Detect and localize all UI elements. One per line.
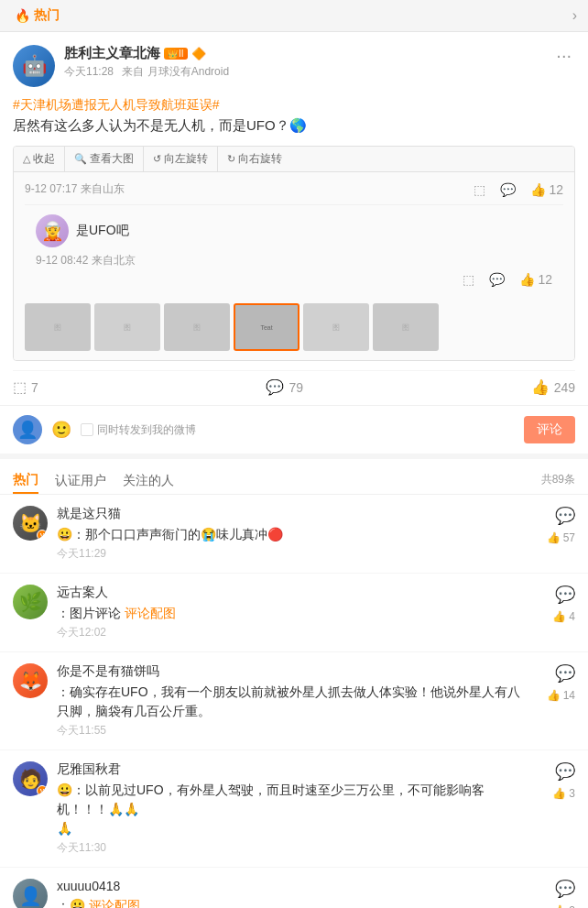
avatar[interactable]: 🤖 — [13, 45, 55, 87]
tab-verified[interactable]: 认证用户 — [55, 469, 106, 493]
embedded-original-post: 9-12 07:17 来自山东 ⬚ 💬 👍 12 🧝 是UFO吧 — [14, 172, 574, 360]
nested-img-3[interactable]: 图 — [164, 303, 230, 351]
share-icon[interactable]: ⬚ — [474, 182, 485, 197]
repost-action[interactable]: ⬚ 7 — [13, 378, 38, 396]
like-count-3: 14 — [563, 689, 575, 702]
comments-list: 🐱 V 就是这只猫 😀：那个口口声声衙门的😭味儿真冲🔴 今天11:29 💬 👍 … — [0, 495, 588, 908]
reply-icon-3[interactable]: 💬 — [555, 663, 575, 684]
commenter-name-1[interactable]: 就是这只猫 — [57, 506, 529, 522]
like-action-1[interactable]: 👍 57 — [547, 531, 575, 544]
embedded-time-source: 9-12 07:17 来自山东 — [25, 181, 125, 197]
sync-checkbox-wrapper[interactable]: 同时转发到我的微博 — [81, 422, 196, 438]
post-content: #天津机场遭报无人机导致航班延误# 居然有这么多人认为不是无人机，而是UFO？🌎 — [13, 94, 575, 137]
post-hashtag[interactable]: #天津机场遭报无人机导致航班延误# — [13, 94, 575, 115]
comment-body-4: 尼雅国秋君 😀：以前见过UFO，有外星人驾驶，而且时速至少三万公里，不可能影响客… — [57, 761, 529, 856]
comment-bubble-icon: 💬 — [266, 378, 284, 396]
reply-icon-5[interactable]: 💬 — [555, 879, 575, 899]
rotate-left-button[interactable]: ↺ 向左旋转 — [144, 147, 218, 171]
reply-actions: ⬚ 💬 👍 12 — [36, 272, 552, 287]
reply-icon-1[interactable]: 💬 — [555, 506, 575, 526]
chevron-right-icon[interactable]: › — [572, 7, 577, 24]
comment-link-5[interactable]: 评论配图 — [89, 898, 140, 908]
post-card: 🤖 胜利主义章北海 👑 II 🔶 今天11:28 来自 月球没有Android … — [0, 32, 588, 405]
comment-actions-5: 💬 👍 2 — [539, 879, 575, 908]
commenter-avatar-3[interactable]: 🦊 — [13, 663, 48, 698]
like-count-5: 2 — [569, 904, 575, 908]
hot-tag[interactable]: 🔥 热门 — [11, 7, 60, 24]
username[interactable]: 胜利主义章北海 — [64, 45, 160, 62]
current-user-avatar: 👤 — [13, 415, 42, 444]
tab-following[interactable]: 关注的人 — [123, 469, 174, 493]
view-large-button[interactable]: 🔍 查看大图 — [65, 147, 144, 171]
like-icon-3: 👍 — [547, 689, 561, 702]
like-icon-4: 👍 — [552, 787, 566, 800]
like-icon-1: 👍 — [547, 531, 561, 544]
vip-badge: 👑 II — [164, 48, 188, 60]
commenter-avatar-5[interactable]: 👤 — [13, 879, 48, 908]
comment-action[interactable]: 💬 79 — [266, 378, 303, 396]
comment-time-2: 今天12:02 — [57, 625, 529, 640]
collapse-button[interactable]: △ 收起 — [14, 147, 65, 171]
like-icon[interactable]: 👍 12 — [530, 182, 563, 197]
comment-icon[interactable]: 💬 — [500, 182, 516, 197]
like-action-2[interactable]: 👍 4 — [552, 610, 575, 623]
commenter-avatar-4[interactable]: 🧑 V — [13, 761, 48, 796]
hot-label: 热门 — [34, 7, 60, 24]
comment-time-4: 今天11:30 — [57, 840, 529, 856]
comment-tabs: 热门 认证用户 关注的人 共89条 — [0, 459, 588, 495]
reply-icon-4[interactable]: 💬 — [555, 761, 575, 782]
post-header: 🤖 胜利主义章北海 👑 II 🔶 今天11:28 来自 月球没有Android … — [13, 45, 575, 87]
more-options-button[interactable]: ··· — [552, 45, 575, 66]
like-thumb-icon: 👍 — [531, 378, 550, 396]
comment-text-5: ：😀 评论配图 — [57, 896, 529, 908]
nested-images: 图 图 图 Teat 图 图 — [25, 303, 563, 351]
nested-img-5[interactable]: 图 — [303, 303, 369, 351]
verify-dot-4: V — [37, 785, 48, 796]
submit-comment-button[interactable]: 评论 — [524, 416, 575, 443]
nested-img-1[interactable]: 图 — [25, 303, 91, 351]
user-info: 胜利主义章北海 👑 II 🔶 今天11:28 来自 月球没有Android — [64, 45, 552, 80]
reply-username-wrap: 是UFO吧 — [76, 223, 129, 239]
like-count-1: 57 — [563, 531, 575, 544]
reply-icon-2[interactable]: 💬 — [555, 585, 575, 605]
rotate-right-button[interactable]: ↻ 向右旋转 — [218, 147, 291, 171]
nested-img-2[interactable]: 图 — [94, 303, 160, 351]
reply-share-icon[interactable]: ⬚ — [463, 272, 474, 287]
comment-actions-3: 💬 👍 14 — [539, 663, 575, 702]
comment-input-area: 👤 🙂 同时转发到我的微博 评论 — [0, 405, 588, 459]
comment-body-1: 就是这只猫 😀：那个口口声声衙门的😭味儿真冲🔴 今天11:29 — [57, 506, 529, 562]
hashtag-text[interactable]: #天津机场遭报无人机导致航班延误# — [13, 97, 220, 112]
collapse-icon: △ — [23, 153, 30, 165]
comment-item: 🧑 V 尼雅国秋君 😀：以前见过UFO，有外星人驾驶，而且时速至少三万公里，不可… — [0, 750, 588, 868]
commenter-name-2[interactable]: 远古案人 — [57, 585, 529, 601]
comment-item: 🦊 你是不是有猫饼吗 ：确实存在UFO，我有一个朋友以前就被外星人抓去做人体实验… — [0, 652, 588, 750]
comment-item: 🐱 V 就是这只猫 😀：那个口口声声衙门的😭味儿真冲🔴 今天11:29 💬 👍 … — [0, 495, 588, 574]
like-action-5[interactable]: 👍 2 — [552, 904, 575, 908]
commenter-name-5[interactable]: xuuuu0418 — [57, 879, 529, 893]
top-bar: 🔥 热门 › — [0, 0, 588, 32]
tab-hot[interactable]: 热门 — [13, 468, 38, 494]
reply-comment-icon[interactable]: 💬 — [489, 272, 505, 287]
emoji-button[interactable]: 🙂 — [51, 420, 71, 440]
like-action[interactable]: 👍 249 — [531, 378, 575, 396]
reply-like-icon[interactable]: 👍 12 — [519, 272, 552, 287]
commenter-name-3[interactable]: 你是不是有猫饼吗 — [57, 663, 529, 680]
nested-img-6[interactable]: 图 — [373, 303, 439, 351]
commenter-avatar-1[interactable]: 🐱 V — [13, 506, 48, 541]
post-time: 今天11:28 — [64, 65, 114, 78]
rotate-right-icon: ↻ — [227, 153, 235, 165]
like-action-4[interactable]: 👍 3 — [552, 787, 575, 800]
reply-avatar[interactable]: 🧝 — [36, 214, 69, 247]
commenter-name-4[interactable]: 尼雅国秋君 — [57, 761, 529, 778]
comment-link-2[interactable]: 评论配图 — [125, 606, 176, 620]
nested-img-4[interactable]: Teat — [234, 303, 299, 351]
like-count: 249 — [554, 380, 575, 395]
image-toolbar: △ 收起 🔍 查看大图 ↺ 向左旋转 ↻ 向右旋转 — [14, 147, 574, 172]
sync-checkbox[interactable] — [81, 423, 93, 436]
reply-username[interactable]: 是UFO吧 — [76, 223, 129, 239]
comment-body-3: 你是不是有猫饼吗 ：确实存在UFO，我有一个朋友以前就被外星人抓去做人体实验！他… — [57, 663, 529, 738]
crown-icon: 👑 — [168, 49, 178, 59]
like-action-3[interactable]: 👍 14 — [547, 689, 575, 702]
commenter-avatar-2[interactable]: 🌿 — [13, 585, 48, 619]
like-count-2: 4 — [569, 610, 575, 623]
